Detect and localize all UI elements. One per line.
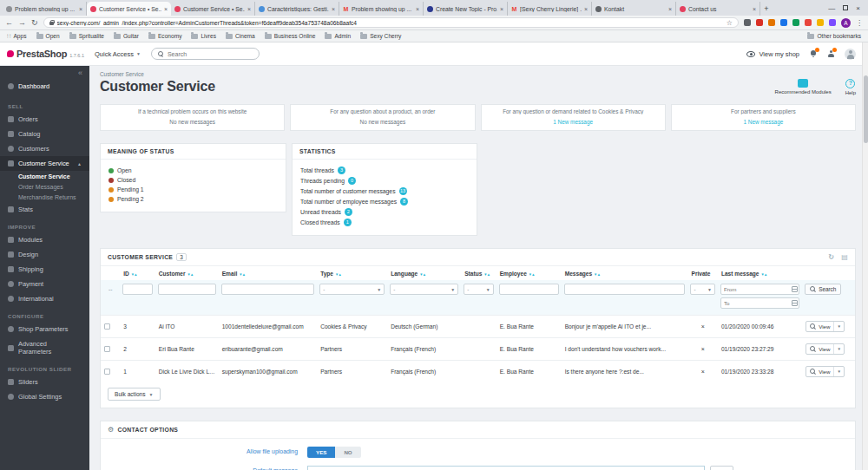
sidebar-item-shipping[interactable]: Shipping	[0, 262, 89, 277]
search-input[interactable]	[168, 51, 237, 57]
filter-type-select[interactable]: -▼	[319, 284, 385, 295]
sort-icons[interactable]: ▼▲	[131, 272, 137, 277]
forward-icon[interactable]: →	[18, 19, 26, 27]
extension-icon[interactable]	[768, 19, 775, 26]
tab-close-icon[interactable]: ×	[164, 6, 168, 12]
column-header-id[interactable]: ID ▼▲	[120, 266, 155, 280]
view-dropdown-caret[interactable]: ▼	[833, 367, 843, 376]
bookmark-folder[interactable]: Sexy Cherry	[360, 33, 401, 39]
help-button[interactable]: ? Help	[845, 79, 856, 95]
new-tab-button[interactable]: +	[760, 4, 773, 13]
row-checkbox[interactable]	[104, 346, 110, 352]
browser-tab[interactable]: Create New Topic - Pro...×	[424, 2, 508, 16]
bookmark-folder[interactable]: Cinema	[226, 33, 255, 39]
browser-tab[interactable]: Customer Service • Se...×	[171, 2, 255, 16]
extension-icon[interactable]	[756, 19, 763, 26]
minimize-icon[interactable]: —	[828, 4, 835, 12]
other-bookmarks[interactable]: Other bookmarks	[807, 33, 861, 39]
address-bar[interactable]: sexy-cherry.com/_admin_/index.php?contro…	[43, 17, 739, 28]
sidebar-item-advanced-parameters[interactable]: Advanced Parameters	[0, 336, 89, 359]
column-header-messages[interactable]: Messages ▼▲	[562, 266, 688, 280]
filter-customer-input[interactable]	[158, 284, 216, 295]
browser-tab[interactable]: Contact us×	[676, 2, 760, 16]
column-header-email[interactable]: Email ▼▲	[219, 266, 317, 280]
switch-yes[interactable]: YES	[307, 447, 335, 458]
filter-employee-input[interactable]	[499, 284, 559, 295]
customers-notifications[interactable]	[827, 50, 834, 57]
sidebar-item-sliders[interactable]: Sliders	[0, 375, 89, 389]
view-button[interactable]: View ▼	[806, 343, 845, 355]
apps-bookmark[interactable]: ∷Apps	[7, 33, 27, 40]
tab-close-icon[interactable]: ×	[500, 6, 503, 12]
column-header-last-message[interactable]: Last message ▼▲	[718, 266, 802, 280]
sidebar-collapse-icon[interactable]: «	[0, 66, 89, 78]
recommended-modules-button[interactable]: Recommended Modules	[775, 79, 832, 95]
sidebar-item-customers[interactable]: Customers	[0, 141, 89, 156]
row-checkbox[interactable]	[104, 369, 110, 375]
view-button[interactable]: View ▼	[806, 366, 845, 377]
filter-date-to-input[interactable]	[720, 297, 799, 309]
new-message-link[interactable]: 1 New message	[677, 119, 850, 125]
sidebar-item-customer-service[interactable]: Customer Service▲	[0, 156, 89, 171]
default-message-textarea[interactable]: Dear Customer,	[307, 466, 705, 470]
switch-no[interactable]: NO	[335, 447, 360, 458]
column-header-language[interactable]: Language ▼▲	[387, 266, 461, 280]
view-my-shop-link[interactable]: View my shop	[746, 50, 799, 58]
calendar-icon[interactable]	[792, 286, 798, 292]
sidebar-item-design[interactable]: Design	[0, 247, 89, 262]
sidebar-item-catalog[interactable]: Catalog	[0, 127, 89, 141]
sort-icons[interactable]: ▼▲	[239, 272, 245, 277]
prestashop-logo[interactable]: PrestaShop 1.7.6.1	[7, 49, 84, 59]
bookmark-folder[interactable]: Spritualite	[69, 33, 104, 39]
bulk-actions-button[interactable]: Bulk actions▼	[108, 388, 161, 401]
extension-icon[interactable]	[744, 19, 751, 26]
refresh-icon[interactable]: ↻	[828, 253, 834, 261]
panel-menu-icon[interactable]: ▤	[841, 253, 848, 261]
browser-menu-icon[interactable]: ⋮	[856, 19, 863, 27]
browser-profile-avatar[interactable]: A	[841, 18, 851, 28]
filter-messages-input[interactable]	[564, 284, 686, 295]
browser-tab[interactable]: MProblem showing up ...×	[339, 2, 424, 16]
bookmark-folder[interactable]: Business Online	[265, 33, 316, 39]
browser-tab[interactable]: Kontakt×	[592, 2, 676, 16]
page-scrollbar[interactable]	[862, 42, 868, 470]
tab-close-icon[interactable]: ×	[247, 6, 251, 12]
column-header-private[interactable]: Private	[687, 266, 717, 280]
sidebar-subitem-customer-service[interactable]: Customer Service	[0, 171, 89, 181]
view-dropdown-caret[interactable]: ▼	[833, 322, 843, 331]
filter-status-select[interactable]: -▼	[464, 284, 494, 295]
browser-tab[interactable]: Caractéristiques: Gesti...×	[255, 2, 339, 16]
tab-close-icon[interactable]: ×	[584, 6, 588, 12]
tab-close-icon[interactable]: ×	[332, 6, 335, 12]
column-header-employee[interactable]: Employee ▼▲	[496, 266, 562, 280]
extension-icon[interactable]	[817, 19, 824, 26]
view-button[interactable]: View ▼	[806, 321, 845, 332]
filter-private-select[interactable]: -▼	[690, 284, 714, 295]
filter-id-input[interactable]	[122, 284, 153, 295]
quick-access-dropdown[interactable]: Quick Access▼	[95, 50, 141, 58]
sort-icons[interactable]: ▼▲	[760, 272, 766, 277]
admin-search[interactable]	[151, 48, 260, 60]
bookmark-folder[interactable]: Livres	[191, 33, 216, 39]
sidebar-item-modules[interactable]: Modules	[0, 232, 89, 247]
filter-email-input[interactable]	[221, 284, 314, 295]
sidebar-item-dashboard[interactable]: Dashboard	[0, 78, 89, 96]
view-dropdown-caret[interactable]: ▼	[833, 344, 843, 354]
employee-avatar[interactable]	[845, 49, 856, 60]
tab-close-icon[interactable]: ×	[753, 6, 756, 12]
browser-tab-active[interactable]: Customer Service • Se...×	[87, 2, 171, 16]
sidebar-item-orders[interactable]: Orders	[0, 112, 89, 127]
back-icon[interactable]: ←	[5, 19, 13, 27]
bookmark-folder[interactable]: Economy	[148, 33, 182, 39]
sidebar-item-international[interactable]: International	[0, 291, 89, 306]
calendar-icon[interactable]	[792, 300, 798, 306]
sidebar-subitem-merchandise-returns[interactable]: Merchandise Returns	[0, 192, 89, 202]
filter-language-select[interactable]: -▼	[390, 284, 458, 295]
scrollbar-thumb[interactable]	[864, 75, 868, 143]
browser-tab[interactable]: Problem showing up ...×	[3, 2, 87, 16]
reload-icon[interactable]: ↻	[31, 19, 38, 27]
tab-close-icon[interactable]: ×	[668, 6, 672, 12]
browser-tab[interactable]: M[Sexy Cherry Lingerie] ...×	[508, 2, 592, 16]
extension-icon[interactable]	[805, 19, 812, 26]
sort-icons[interactable]: ▼▲	[594, 272, 600, 277]
